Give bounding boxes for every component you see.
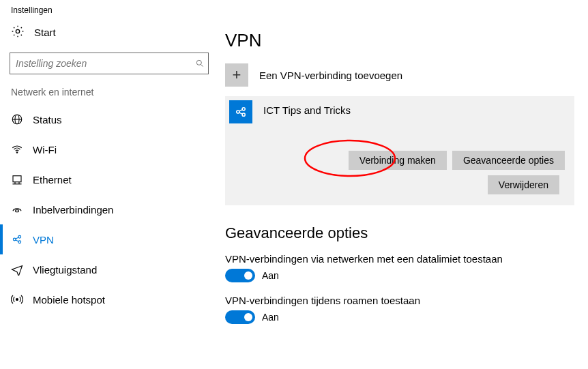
svg-line-15 (16, 237, 19, 239)
svg-line-22 (239, 113, 243, 115)
search-icon (192, 59, 208, 68)
toggle-roaming-switch[interactable] (225, 310, 255, 324)
sidebar-item-vpn[interactable]: VPN (0, 224, 218, 254)
vpn-tile-icon (229, 100, 252, 123)
wifi-icon (10, 143, 25, 156)
sidebar-item-label: VPN (33, 234, 54, 246)
sidebar-item-airplane[interactable]: Vliegtuigstand (0, 254, 218, 284)
connect-button[interactable]: Verbinding maken (349, 151, 447, 170)
search-box[interactable] (10, 53, 209, 74)
svg-point-6 (16, 152, 18, 153)
sidebar: Start Netwerk en internet Status Wi-Fi (0, 18, 218, 336)
svg-rect-7 (13, 176, 21, 182)
page-heading: VPN (225, 30, 574, 51)
airplane-icon (10, 263, 25, 276)
hotspot-icon (10, 293, 25, 306)
sidebar-item-label: Inbelverbindingen (33, 204, 113, 216)
remove-button[interactable]: Verwijderen (488, 175, 559, 194)
sidebar-item-label: Mobiele hotspot (33, 294, 105, 306)
gear-icon (11, 25, 26, 40)
dialup-icon (10, 203, 25, 216)
svg-rect-11 (16, 210, 19, 212)
window-title: Instellingen (0, 0, 588, 18)
vpn-connection-card[interactable]: ICT Tips and Tricks Verbinding maken Gea… (225, 96, 574, 205)
sidebar-item-label: Status (33, 114, 62, 126)
toggle-metered-label: VPN-verbindingen via netwerken met een d… (225, 253, 574, 265)
sidebar-item-hotspot[interactable]: Mobiele hotspot (0, 284, 218, 314)
svg-line-16 (16, 240, 19, 241)
add-vpn-row[interactable]: + Een VPN-verbinding toevoegen (225, 63, 574, 87)
svg-point-1 (196, 60, 201, 65)
svg-line-2 (201, 64, 203, 66)
start-link[interactable]: Start (0, 18, 218, 47)
advanced-options-button[interactable]: Geavanceerde opties (452, 151, 565, 170)
toggle-metered: VPN-verbindingen via netwerken met een d… (225, 253, 574, 282)
sidebar-item-dialup[interactable]: Inbelverbindingen (0, 194, 218, 224)
ethernet-icon (10, 173, 25, 186)
plus-icon: + (225, 63, 248, 87)
section-label: Netwerk en internet (0, 83, 218, 104)
sidebar-item-ethernet[interactable]: Ethernet (0, 164, 218, 194)
sidebar-item-wifi[interactable]: Wi-Fi (0, 134, 218, 164)
svg-point-17 (16, 299, 18, 301)
start-label: Start (34, 27, 56, 38)
add-vpn-label: Een VPN-verbinding toevoegen (259, 70, 402, 81)
search-input[interactable] (10, 55, 192, 72)
globe-icon (10, 113, 25, 126)
sidebar-item-label: Wi-Fi (33, 144, 57, 156)
toggle-roaming-label: VPN-verbindingen tijdens roamen toestaan (225, 295, 574, 306)
svg-point-0 (16, 29, 19, 33)
main-content: VPN + Een VPN-verbinding toevoegen ICT T… (218, 18, 588, 336)
toggle-roaming-state: Aan (262, 312, 279, 323)
vpn-connection-name: ICT Tips and Tricks (263, 100, 351, 116)
toggle-metered-state: Aan (262, 270, 279, 281)
vpn-icon (10, 233, 25, 246)
toggle-roaming: VPN-verbindingen tijdens roamen toestaan… (225, 295, 574, 324)
svg-line-21 (239, 110, 243, 112)
advanced-heading: Geavanceerde opties (225, 224, 574, 242)
sidebar-item-label: Vliegtuigstand (33, 264, 97, 276)
toggle-metered-switch[interactable] (225, 269, 255, 282)
sidebar-item-label: Ethernet (33, 174, 72, 186)
sidebar-item-status[interactable]: Status (0, 104, 218, 134)
